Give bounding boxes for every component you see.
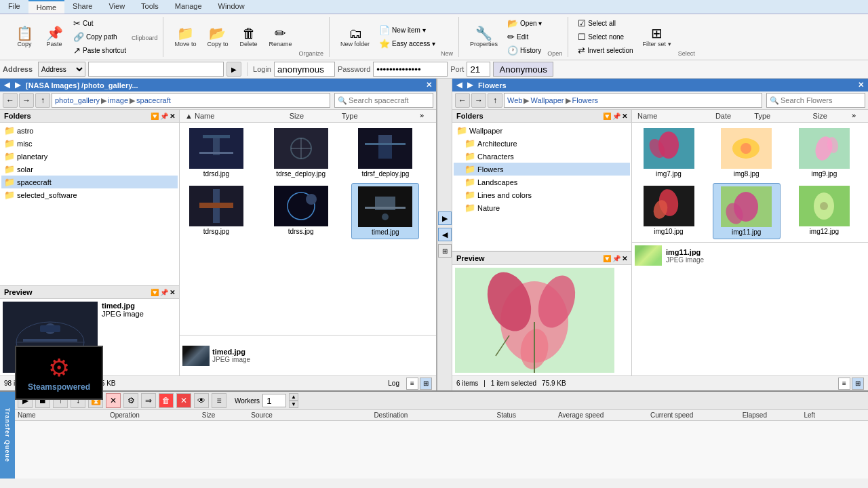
tab-share[interactable]: Share [64, 0, 100, 14]
right-folder-characters[interactable]: 📁 Characters [454, 150, 630, 163]
left-folder-spacecraft[interactable]: 📁 spacecraft [1, 176, 178, 188]
right-folders-collapse[interactable]: 🔽 [603, 113, 611, 120]
right-file-img10[interactable]: img10.jpg [635, 183, 703, 239]
left-folder-selected-software[interactable]: 📁 selected_software [1, 188, 178, 201]
right-nav-fwd[interactable]: → [471, 93, 486, 108]
right-file-img11[interactable]: img11.jpg [713, 183, 781, 239]
tab-file[interactable]: File [0, 0, 28, 14]
right-folder-landscapes[interactable]: 📁 Landscapes [454, 176, 630, 188]
folders-collapse[interactable]: 🔽 [151, 113, 159, 120]
left-folder-misc[interactable]: 📁 misc [1, 137, 178, 150]
transfer-remove[interactable]: ✕ [106, 393, 121, 408]
right-folders-pin[interactable]: 📌 [612, 113, 620, 120]
left-folder-planetary[interactable]: 📁 planetary [1, 150, 178, 163]
right-search-input[interactable] [781, 96, 862, 104]
transfer-col-avg[interactable]: Average speed [558, 411, 650, 419]
copy-to-button[interactable]: 📂 Copy to [203, 25, 232, 49]
left-panel-nav-back[interactable]: ◀ [4, 81, 9, 89]
bc-wallpaper[interactable]: Wallpaper [530, 96, 564, 104]
left-grid-view[interactable]: ⊞ [420, 378, 432, 390]
col-size[interactable]: Size [290, 111, 342, 121]
right-preview-collapse[interactable]: 🔽 [603, 255, 611, 262]
workers-down[interactable]: ▼ [289, 401, 298, 408]
right-file-img8[interactable]: img8.jpg [713, 125, 781, 180]
bc-flowers[interactable]: Flowers [572, 96, 599, 104]
transfer-list[interactable]: ≡ [212, 393, 226, 408]
file-item-tdrse[interactable]: tdrse_deploy.jpg [267, 125, 335, 180]
easy-access-button[interactable]: ⭐ Easy access ▾ [376, 37, 438, 50]
file-item-timed[interactable]: timed.jpg [351, 183, 419, 239]
preview-pin[interactable]: 📌 [160, 289, 168, 296]
col-type[interactable]: Type [342, 111, 420, 121]
sync-btn[interactable]: ⊞ [438, 244, 452, 258]
right-file-img7[interactable]: img7.jpg [635, 125, 703, 180]
properties-button[interactable]: 🔧 Properties [466, 25, 502, 49]
preview-collapse[interactable]: 🔽 [151, 289, 159, 296]
right-preview-pin[interactable]: 📌 [612, 255, 620, 262]
right-file-img12[interactable]: img12.jpg [790, 183, 858, 239]
col-expand[interactable]: » [420, 111, 431, 121]
transfer-view[interactable]: 👁 [194, 393, 209, 408]
file-item-tdrsg[interactable]: tdrsg.jpg [182, 183, 250, 239]
left-search-input[interactable] [349, 96, 430, 104]
right-nav-back[interactable]: ← [455, 93, 470, 108]
workers-input[interactable] [262, 394, 286, 407]
port-input[interactable] [467, 62, 490, 77]
transfer-delete[interactable]: 🗑 [159, 393, 174, 408]
left-nav-fwd[interactable]: → [19, 93, 34, 108]
left-folder-astro[interactable]: 📁 astro [1, 124, 178, 137]
right-folder-flowers[interactable]: 📁 Flowers [454, 163, 630, 176]
right-col-size[interactable]: Size [813, 111, 852, 121]
rename-button[interactable]: ✏ Rename [265, 25, 296, 49]
left-nav-up[interactable]: ↑ [35, 93, 50, 108]
invert-selection-button[interactable]: ⇄ Invert selection [575, 44, 635, 57]
right-panel-close[interactable]: ✕ [858, 81, 864, 89]
right-folders-tree[interactable]: 📁 Wallpaper 📁 Architecture 📁 Characters [452, 123, 631, 251]
password-input[interactable] [373, 62, 448, 77]
right-folder-linescolors[interactable]: 📁 Lines and colors [454, 188, 630, 201]
new-item-button[interactable]: 📄 New item ▾ [376, 24, 438, 37]
address-type-select[interactable]: Address [38, 62, 85, 77]
right-grid-view[interactable]: ⊞ [852, 378, 864, 390]
open-button[interactable]: 📂 Open ▾ [505, 17, 545, 30]
edit-button[interactable]: ✏ Edit [505, 30, 545, 43]
select-all-button[interactable]: ☑ Select all [575, 17, 635, 30]
delete-button[interactable]: 🗑 Delete [235, 25, 262, 49]
new-folder-button[interactable]: 🗂 New folder [336, 25, 374, 49]
right-col-date[interactable]: Date [715, 111, 754, 121]
folders-close-btn[interactable]: ✕ [170, 113, 175, 120]
workers-up[interactable]: ▲ [289, 393, 298, 401]
left-folder-solar[interactable]: 📁 solar [1, 163, 178, 176]
bc-image[interactable]: image [108, 96, 128, 104]
left-folders-tree[interactable]: 📁 astro 📁 misc 📁 planetary 📁 [0, 123, 179, 285]
right-file-img9[interactable]: img9.jpg [790, 125, 858, 180]
history-button[interactable]: 🕐 History [505, 44, 545, 57]
preview-close-btn[interactable]: ✕ [170, 289, 175, 296]
transfer-right-btn[interactable]: ▶ [438, 211, 452, 225]
left-file-list[interactable]: tdrsd.jpg tdrse_deploy.jpg [180, 123, 436, 335]
col-name[interactable]: ▲ Name [185, 111, 290, 121]
transfer-left-btn[interactable]: ◀ [438, 228, 452, 241]
right-list-view[interactable]: ≡ [838, 378, 850, 390]
left-panel-nav-fwd[interactable]: ▶ [15, 81, 20, 89]
right-folder-wallpaper[interactable]: 📁 Wallpaper [454, 124, 630, 137]
right-panel-nav-back[interactable]: ◀ [456, 81, 462, 89]
address-go-button[interactable]: ▶ [226, 62, 241, 77]
right-folders-close[interactable]: ✕ [622, 113, 627, 120]
left-list-view[interactable]: ≡ [406, 378, 418, 390]
left-panel-close[interactable]: ✕ [426, 81, 432, 89]
copy-path-button[interactable]: 🔗 Copy path [71, 30, 129, 43]
tab-view[interactable]: View [100, 0, 133, 14]
right-file-list[interactable]: img7.jpg img8.jpg img9.jpg [632, 123, 868, 242]
transfer-col-left[interactable]: Left [804, 411, 865, 419]
transfer-col-op[interactable]: Operation [110, 411, 202, 419]
filter-set-button[interactable]: ⊞ Filter set ▾ [639, 25, 675, 49]
move-to-button[interactable]: 📁 Move to [170, 25, 200, 49]
address-input[interactable] [88, 62, 224, 77]
paste-shortcut-button[interactable]: ↗ Paste shortcut [71, 44, 129, 57]
folders-pin[interactable]: 📌 [160, 113, 168, 120]
transfer-cancel[interactable]: ✕ [176, 393, 191, 408]
tab-home[interactable]: Home [28, 0, 64, 14]
login-input[interactable] [274, 62, 335, 77]
bc-web[interactable]: Web [507, 96, 522, 104]
